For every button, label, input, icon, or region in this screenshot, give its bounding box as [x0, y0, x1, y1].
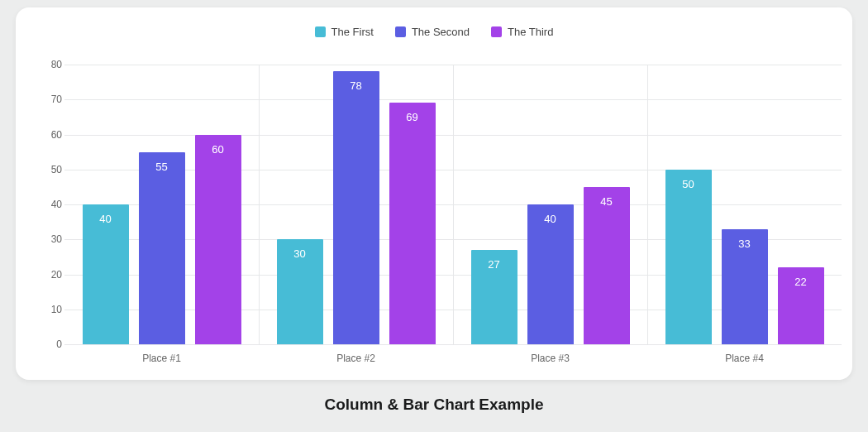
x-tick-label: Place #2	[336, 353, 375, 364]
bar[interactable]: 33	[722, 229, 768, 344]
y-tick-label: 80	[39, 59, 62, 70]
bar-value-label: 22	[794, 276, 806, 288]
bar[interactable]: 45	[584, 187, 630, 344]
chart-card: The First The Second The Third 405560307…	[16, 7, 852, 380]
y-tick-label: 70	[39, 94, 62, 105]
bar[interactable]: 69	[389, 103, 436, 344]
bar[interactable]: 40	[527, 204, 574, 344]
chart-title: Column & Bar Chart Example	[0, 396, 868, 414]
bar[interactable]: 27	[471, 250, 517, 344]
bar-value-label: 69	[406, 111, 417, 123]
x-gridline	[453, 65, 454, 344]
y-tick-label: 0	[39, 338, 62, 350]
bar[interactable]: 60	[195, 135, 241, 345]
bar-value-label: 45	[600, 195, 612, 208]
bar-value-label: 40	[544, 213, 556, 225]
y-tick-label: 10	[39, 304, 62, 315]
y-gridline	[64, 344, 842, 345]
legend: The First The Second The Third	[16, 26, 852, 38]
legend-item-third[interactable]: The Third	[491, 26, 553, 38]
bar-value-label: 55	[155, 161, 167, 173]
bar-value-label: 78	[350, 79, 361, 92]
x-tick-label: Place #1	[142, 353, 181, 364]
y-tick-label: 30	[39, 233, 62, 245]
bar[interactable]: 30	[277, 239, 323, 344]
bar-value-label: 40	[99, 213, 111, 225]
legend-label-first: The First	[331, 26, 374, 38]
y-tick-label: 40	[39, 199, 62, 210]
bar-value-label: 33	[738, 238, 750, 250]
bar[interactable]: 40	[83, 204, 129, 344]
legend-label-third: The Third	[508, 26, 553, 38]
y-tick-label: 20	[39, 269, 62, 281]
legend-item-second[interactable]: The Second	[395, 26, 470, 38]
bar-value-label: 27	[488, 258, 499, 271]
bar-value-label: 60	[212, 143, 223, 156]
y-tick-label: 60	[39, 129, 62, 141]
legend-swatch-first	[315, 26, 326, 37]
bar[interactable]: 50	[665, 170, 712, 344]
legend-swatch-second	[395, 26, 406, 37]
bar-value-label: 30	[293, 247, 305, 260]
bar[interactable]: 55	[139, 152, 185, 344]
x-tick-label: Place #4	[725, 353, 764, 364]
x-gridline	[259, 65, 260, 344]
chart-plot-area: 405560307869274045503322	[64, 65, 842, 344]
bar[interactable]: 78	[333, 71, 379, 344]
bar-value-label: 50	[682, 178, 694, 190]
y-tick-label: 50	[39, 164, 62, 175]
x-tick-label: Place #3	[531, 353, 570, 364]
x-gridline	[647, 65, 648, 344]
legend-swatch-third	[491, 26, 502, 37]
bar[interactable]: 22	[778, 267, 824, 344]
legend-label-second: The Second	[412, 26, 470, 38]
legend-item-first[interactable]: The First	[315, 26, 374, 38]
